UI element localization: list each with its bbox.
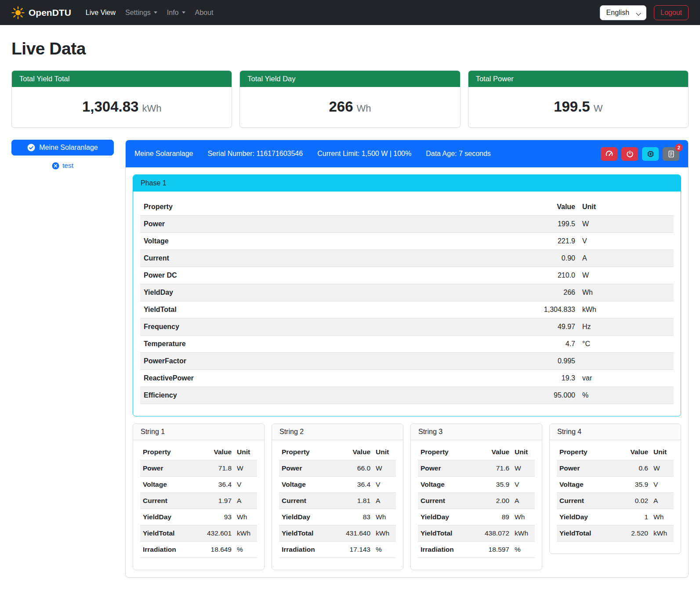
value-cell: 35.9: [617, 477, 651, 493]
table-row: PowerFactor0.995: [140, 353, 674, 370]
inverter-select-test[interactable]: test: [11, 162, 114, 170]
value-cell: 0.02: [617, 493, 651, 509]
table-row: YieldTotal431.640kWh: [279, 525, 396, 542]
column-unit: Unit: [234, 444, 257, 460]
value-cell: 4.7: [385, 336, 579, 353]
brand-label: OpenDTU: [29, 7, 71, 18]
x-circle-icon: [52, 162, 59, 170]
nav-links: Live View Settings Info About: [81, 5, 218, 20]
unit-cell: W: [373, 460, 396, 477]
string-card-1: String 1 Property Value Unit: [133, 423, 265, 570]
property-cell: YieldTotal: [557, 525, 617, 542]
column-unit: Unit: [512, 444, 535, 460]
unit-cell: W: [512, 460, 535, 477]
unit-cell: W: [651, 460, 674, 477]
inverter-data-age: Data Age: 7 seconds: [426, 150, 491, 158]
card-header: Total Power: [468, 71, 688, 87]
unit-cell: W: [579, 267, 674, 284]
column-value: Value: [385, 199, 579, 216]
table-row: Temperature4.7°C: [140, 336, 674, 353]
table-row: ReactivePower19.3var: [140, 370, 674, 387]
event-log-button[interactable]: 2: [663, 147, 679, 161]
value-cell: 438.072: [479, 525, 512, 542]
string-card-3: String 3 Property Value Unit: [410, 423, 542, 570]
value-cell: 19.3: [385, 370, 579, 387]
value-cell: 17.143: [340, 542, 373, 558]
property-cell: Power: [140, 460, 201, 477]
journal-icon: [667, 150, 675, 158]
inverter-panel-body: Phase 1 Property Value Unit: [126, 167, 688, 577]
property-cell: YieldDay: [279, 509, 340, 525]
inverter-select-active[interactable]: Meine Solaranlage: [11, 140, 114, 156]
table-header-row: Property Value Unit: [140, 199, 674, 216]
table-row: YieldDay83Wh: [279, 509, 396, 525]
column-value: Value: [201, 444, 234, 460]
nav-about[interactable]: About: [190, 5, 218, 20]
card-unit: kWh: [142, 103, 161, 114]
nav-live-view[interactable]: Live View: [81, 5, 120, 20]
value-cell: 0.6: [617, 460, 651, 477]
language-select[interactable]: English: [600, 5, 646, 20]
column-property: Property: [140, 444, 201, 460]
table-row: Power0.6W: [557, 460, 674, 477]
property-cell: YieldTotal: [418, 525, 479, 542]
value-cell: 18.597: [479, 542, 512, 558]
property-cell: Current: [140, 493, 201, 509]
property-cell: YieldDay: [140, 509, 201, 525]
value-cell: 432.601: [201, 525, 234, 542]
value-cell: 66.0: [340, 460, 373, 477]
table-row: YieldTotal438.072kWh: [418, 525, 535, 542]
property-cell: Current: [279, 493, 340, 509]
nav-info-label: Info: [167, 9, 179, 17]
property-cell: Power: [140, 216, 385, 233]
string-table: Property Value Unit Power0.6W Voltage35.…: [557, 444, 674, 542]
nav-info[interactable]: Info: [162, 5, 190, 20]
unit-cell: W: [234, 460, 257, 477]
property-cell: YieldDay: [418, 509, 479, 525]
unit-cell: Wh: [373, 509, 396, 525]
column-value: Value: [617, 444, 651, 460]
limit-settings-button[interactable]: [601, 147, 617, 161]
inverter-test-label: test: [62, 162, 73, 170]
inverter-select-label: Meine Solaranlage: [39, 144, 98, 152]
value-cell: 1.97: [201, 493, 234, 509]
value-cell: 35.9: [479, 477, 512, 493]
card-unit: Wh: [357, 103, 371, 114]
unit-cell: W: [579, 216, 674, 233]
card-value: 1,304.83: [82, 98, 138, 115]
power-toggle-button[interactable]: [621, 147, 638, 161]
value-cell: 1: [617, 509, 651, 525]
string-title: String 2: [272, 424, 403, 440]
card-total-yield-day: Total Yield Day 266Wh: [239, 70, 460, 128]
table-row: YieldTotal1,304.833kWh: [140, 301, 674, 318]
inverter-panel-header: Meine Solaranlage Serial Number: 1161716…: [126, 140, 688, 167]
property-cell: Voltage: [140, 477, 201, 493]
unit-cell: kWh: [651, 525, 674, 542]
value-cell: 83: [340, 509, 373, 525]
string-table: Property Value Unit Power66.0W Voltage36…: [279, 444, 396, 558]
unit-cell: Wh: [234, 509, 257, 525]
logout-button[interactable]: Logout: [654, 5, 689, 20]
unit-cell: V: [234, 477, 257, 493]
unit-cell: [579, 353, 674, 370]
table-row: Irradiation18.597%: [418, 542, 535, 558]
chevron-down-icon: [154, 11, 157, 14]
table-header-row: Property Value Unit: [557, 444, 674, 460]
property-cell: Current: [140, 250, 385, 267]
table-header-row: Property Value Unit: [279, 444, 396, 460]
property-cell: YieldTotal: [140, 301, 385, 318]
value-cell: 89: [479, 509, 512, 525]
brand[interactable]: OpenDTU: [11, 6, 71, 19]
nav-settings[interactable]: Settings: [120, 5, 162, 20]
table-row: YieldTotal2.520kWh: [557, 525, 674, 542]
table-row: Voltage36.4V: [140, 477, 257, 493]
string-card-4: String 4 Property Value Unit: [549, 423, 681, 554]
unit-cell: V: [373, 477, 396, 493]
value-cell: 71.8: [201, 460, 234, 477]
device-info-button[interactable]: [642, 147, 659, 161]
card-body: 1,304.83kWh: [12, 87, 232, 127]
property-cell: Voltage: [557, 477, 617, 493]
unit-cell: var: [579, 370, 674, 387]
string-body: Property Value Unit Power71.8W Voltage36…: [133, 440, 264, 570]
table-row: Current2.00A: [418, 493, 535, 509]
